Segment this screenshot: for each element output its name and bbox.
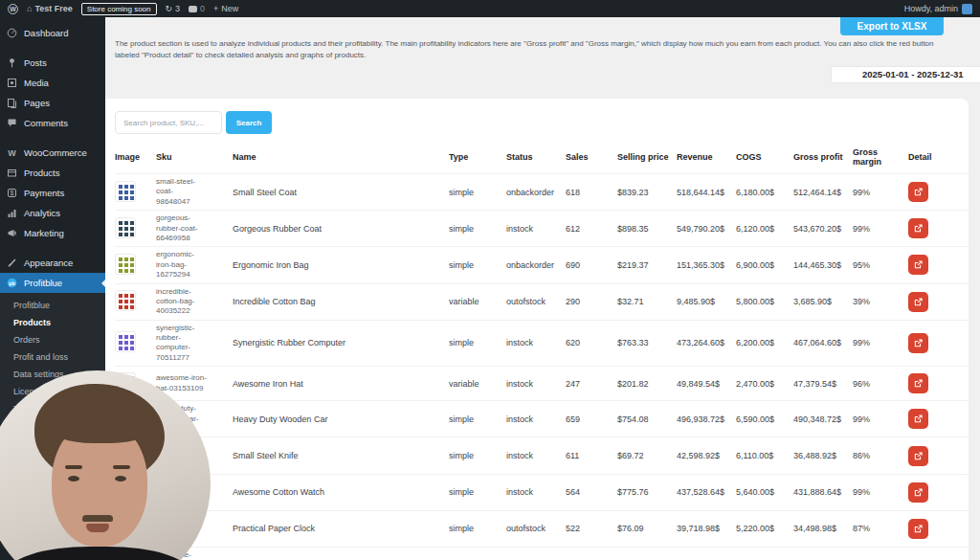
cell-gross-margin: 99%: [853, 338, 908, 347]
product-detail-button[interactable]: [908, 482, 928, 503]
table-header: Image Sku Name Type Status Sales Selling…: [115, 142, 969, 173]
wp-logo-menu[interactable]: W: [8, 4, 18, 14]
cell-revenue: 49,849.54$: [677, 379, 736, 389]
external-link-icon: [913, 524, 924, 534]
svg-text:pb: pb: [9, 280, 15, 286]
cell-gross-profit: 490,348.72$: [793, 414, 853, 424]
submenu-item-orders[interactable]: Orders: [0, 331, 105, 348]
cell-gross-profit: 36,488.92$: [793, 451, 853, 460]
box-icon: [7, 168, 17, 178]
cell-cogs: 6,180.00$: [736, 188, 793, 197]
cell-status: outofstock: [506, 297, 566, 306]
submenu-item-profitblue[interactable]: Profitblue: [0, 297, 105, 314]
sidebar-item-products[interactable]: Products: [0, 163, 105, 183]
cell-cogs: 2,470.00$: [736, 379, 793, 389]
product-detail-button[interactable]: [908, 519, 928, 539]
cell-type: simple: [449, 487, 506, 497]
webcam-person-shirt: [8, 547, 189, 560]
webcam-person-mustache: [82, 515, 113, 522]
sidebar-item-profitblue[interactable]: pb Profitblue: [0, 273, 105, 293]
cell-revenue: 39,718.98$: [677, 524, 736, 533]
cell-name: Small Steel Knife: [233, 451, 449, 460]
webcam-person-eye: [68, 476, 79, 482]
updates-link[interactable]: ↻3: [166, 4, 181, 13]
date-range-input[interactable]: 2025-01-01 - 2025-12-31: [831, 66, 980, 83]
cell-revenue: 518,644.14$: [677, 188, 736, 197]
table-row: ergonomic- iron-bag- 16275294 Ergonomic …: [115, 246, 969, 282]
cell-type: simple: [449, 260, 506, 270]
sidebar-label: Media: [24, 78, 49, 88]
woocommerce-icon: W: [7, 147, 17, 158]
howdy-label[interactable]: Howdy, admin: [904, 4, 958, 13]
sidebar-item-appearance[interactable]: Appearance: [0, 253, 105, 273]
cell-name: Heavy Duty Wooden Car: [233, 414, 449, 424]
sidebar-item-payments[interactable]: $ Payments: [0, 183, 105, 203]
pages-icon: [7, 98, 17, 108]
cell-selling-price: $76.09: [617, 524, 677, 533]
product-thumbnail: [115, 217, 136, 238]
product-detail-button[interactable]: [908, 333, 928, 353]
user-avatar[interactable]: [962, 4, 972, 14]
webcam-person-mouth: [86, 524, 109, 532]
cell-revenue: 151,365.30$: [677, 260, 736, 270]
sidebar-label: Posts: [24, 57, 47, 68]
cell-cogs: 6,120.00$: [736, 224, 793, 234]
sidebar-label: Appearance: [24, 258, 73, 268]
product-detail-button[interactable]: [908, 409, 928, 429]
col-image: Image: [115, 152, 156, 162]
cell-type: simple: [449, 524, 506, 533]
search-input[interactable]: [115, 111, 222, 134]
cell-type: simple: [449, 224, 506, 234]
cell-cogs: 5,640.00$: [736, 487, 793, 497]
cell-name: Awesome Iron Hat: [233, 379, 449, 389]
table-row: small-steel- knife- 627842 Small Steel K…: [115, 437, 969, 473]
submenu-item-profit-and-loss[interactable]: Profit and loss: [0, 348, 105, 366]
col-gross-margin: Gross margin: [853, 147, 908, 167]
cell-gross-profit: 543,670.20$: [793, 224, 853, 234]
external-link-icon: [913, 223, 924, 234]
sidebar-label: Analytics: [24, 208, 60, 218]
sidebar-item-posts[interactable]: Posts: [0, 53, 105, 73]
dollar-icon: $: [7, 188, 17, 198]
export-xlsx-button[interactable]: Export to XLSX: [840, 17, 944, 35]
product-detail-button[interactable]: [908, 373, 928, 393]
sidebar-item-analytics[interactable]: Analytics: [0, 203, 105, 223]
col-type: Type: [449, 152, 506, 162]
sidebar-item-media[interactable]: Media: [0, 73, 105, 93]
product-detail-button[interactable]: [908, 182, 928, 202]
cell-sku: ergonomic- iron-bag- 16275294: [156, 250, 233, 280]
cell-type: simple: [449, 338, 506, 347]
cell-gross-margin: 39%: [853, 297, 908, 306]
product-thumbnail: [115, 181, 136, 202]
sidebar-item-dashboard[interactable]: Dashboard: [0, 23, 105, 43]
table-row: practical- paper-clock- 96357 Practical …: [115, 510, 969, 547]
submenu-item-products[interactable]: Products: [0, 314, 105, 331]
comments-link[interactable]: 0: [189, 4, 205, 13]
product-detail-button[interactable]: [908, 292, 928, 312]
comments-count: 0: [200, 4, 205, 13]
cell-sku: small-steel- coat- 98648047: [156, 177, 233, 207]
updates-icon: ↻: [166, 5, 173, 13]
sidebar-item-woocommerce[interactable]: W WooCommerce: [0, 143, 105, 163]
cell-type: simple: [449, 414, 506, 424]
col-gross-profit: Gross profit: [793, 152, 853, 162]
product-detail-button[interactable]: [908, 446, 928, 466]
cell-gross-margin: 86%: [853, 451, 908, 460]
search-button[interactable]: Search: [226, 111, 272, 134]
sidebar-item-pages[interactable]: Pages: [0, 93, 105, 113]
cell-sales: 620: [566, 338, 617, 347]
new-content-link[interactable]: +New: [213, 4, 238, 13]
table-row: awesome-iron- hat-03153109 Awesome Iron …: [115, 366, 969, 400]
sidebar-item-marketing[interactable]: Marketing: [0, 223, 105, 243]
external-link-icon: [913, 297, 924, 307]
sidebar-item-comments[interactable]: Comments: [0, 113, 105, 133]
product-detail-button[interactable]: [908, 255, 928, 275]
cell-name: Synergistic Rubber Computer: [233, 338, 449, 347]
site-name-link[interactable]: ⌂Test Free: [27, 4, 73, 13]
cell-gross-profit: 34,498.98$: [793, 524, 853, 533]
section-description: The product section is used to analyze i…: [115, 38, 946, 62]
updates-count: 3: [175, 4, 180, 13]
cell-gross-margin: 99%: [853, 414, 908, 424]
product-detail-button[interactable]: [908, 218, 928, 238]
sidebar-label: Profitblue: [24, 278, 62, 288]
